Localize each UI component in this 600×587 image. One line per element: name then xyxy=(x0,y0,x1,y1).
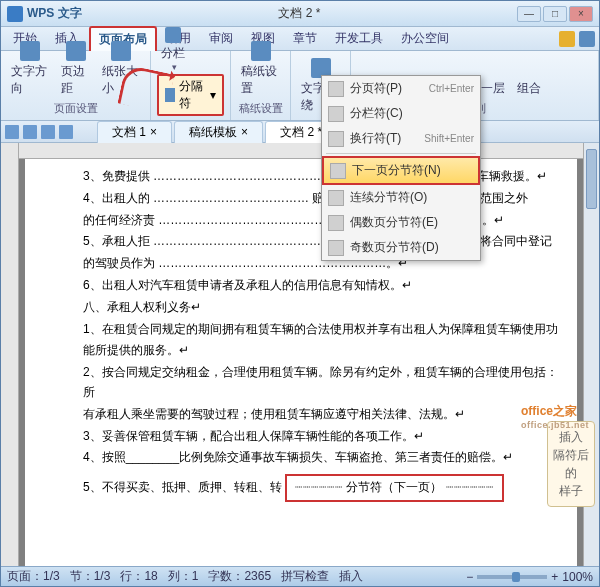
menu-item-column-break[interactable]: 分栏符(C) xyxy=(322,101,480,126)
body-line: 4、按照________比例免除交通事故车辆损失、车辆盗抢、第三者责任的赔偿。↵ xyxy=(83,448,559,468)
titlebar: WPS 文字 文档 2 * — □ × xyxy=(1,1,599,27)
body-line: 能所提供的服务。↵ xyxy=(83,341,559,361)
menu-item-line-break[interactable]: 换行符(T)Shift+Enter xyxy=(322,126,480,151)
breaks-dropdown[interactable]: 分隔符 ▾ xyxy=(157,74,224,116)
tab-chapter[interactable]: 章节 xyxy=(285,27,325,50)
menu-item-even-page-section[interactable]: 偶数页分节符(E) xyxy=(322,210,480,235)
undo-icon[interactable] xyxy=(41,125,55,139)
zoom-slider[interactable] xyxy=(477,575,547,579)
zoom-control[interactable]: − + 100% xyxy=(466,570,593,584)
breaks-icon xyxy=(165,88,175,102)
status-spellcheck[interactable]: 拼写检查 xyxy=(281,568,329,585)
minimize-button[interactable]: — xyxy=(517,6,541,22)
redo-icon[interactable] xyxy=(59,125,73,139)
status-col: 列：1 xyxy=(168,568,199,585)
document-page[interactable]: 3、免费提供 …………………………………………维修、本市区域内的租赁车辆救援。↵… xyxy=(25,159,577,566)
statusbar: 页面：1/3 节：1/3 行：18 列：1 字数：2365 拼写检查 插入 − … xyxy=(1,566,599,586)
body-line: 1、在租赁合同规定的期间拥有租赁车辆的合法使用权并享有出租人为保障租赁车辆使用功 xyxy=(83,320,559,340)
menu-item-next-page-section[interactable]: 下一页分节符(N) xyxy=(322,156,480,185)
group-label-page-setup: 页面设置 xyxy=(7,101,144,116)
tab-office[interactable]: 办公空间 xyxy=(393,27,457,50)
status-row: 行：18 xyxy=(120,568,157,585)
doc-title: 文档 2 * xyxy=(82,5,517,22)
close-icon[interactable]: × xyxy=(150,125,157,139)
skin-icon[interactable] xyxy=(559,31,575,47)
close-icon[interactable]: × xyxy=(241,125,248,139)
chevron-down-icon: ▾ xyxy=(210,88,216,102)
help-icon[interactable] xyxy=(579,31,595,47)
margins-button[interactable]: 页边距 xyxy=(57,39,94,99)
save-icon[interactable] xyxy=(5,125,19,139)
doc-tab-1[interactable]: 文档 1× xyxy=(97,121,172,143)
close-button[interactable]: × xyxy=(569,6,593,22)
status-words: 字数：2365 xyxy=(208,568,271,585)
zoom-in-icon[interactable]: + xyxy=(551,570,558,584)
body-line: 6、出租人对汽车租赁申请者及承租人的信用信息有知情权。↵ xyxy=(83,276,559,296)
scroll-thumb[interactable] xyxy=(586,149,597,209)
menu-item-odd-page-section[interactable]: 奇数页分节符(D) xyxy=(322,235,480,260)
app-title: WPS 文字 xyxy=(27,5,82,22)
ribbon: 文字方向 页边距 纸张大小 页面设置 分栏 分隔符 ▾ 分页符(P)Ctrl+E… xyxy=(1,51,599,121)
group-button[interactable]: 组合 xyxy=(513,78,545,99)
print-icon[interactable] xyxy=(23,125,37,139)
zoom-value: 100% xyxy=(562,570,593,584)
gridpaper-button[interactable]: 稿纸设置 xyxy=(237,39,284,99)
horizontal-ruler[interactable] xyxy=(19,143,583,159)
section-break-marker: ┈┈┈┈┈┈ 分节符（下一页） ┈┈┈┈┈┈ xyxy=(285,474,504,502)
body-line: 有承租人乘坐需要的驾驶过程；使用租赁车辆应遵守相关法律、法规。↵ xyxy=(83,405,559,425)
editor-area: 3、免费提供 …………………………………………维修、本市区域内的租赁车辆救援。↵… xyxy=(1,143,599,566)
status-insert[interactable]: 插入 xyxy=(339,568,363,585)
text-direction-button[interactable]: 文字方向 xyxy=(7,39,53,99)
body-line: 3、妥善保管租赁车辆，配合出租人保障车辆性能的各项工作。↵ xyxy=(83,427,559,447)
status-page: 页面：1/3 xyxy=(7,568,60,585)
app-logo xyxy=(7,6,23,22)
breaks-menu: 分页符(P)Ctrl+Enter 分栏符(C) 换行符(T)Shift+Ente… xyxy=(321,75,481,261)
tab-dev[interactable]: 开发工具 xyxy=(327,27,391,50)
menu-item-page-break[interactable]: 分页符(P)Ctrl+Enter xyxy=(322,76,480,101)
body-line: 八、承租人权利义务↵ xyxy=(83,298,559,318)
zoom-out-icon[interactable]: − xyxy=(466,570,473,584)
paper-size-button[interactable]: 纸张大小 xyxy=(98,39,144,99)
doc-tab-template[interactable]: 稿纸模板× xyxy=(174,121,263,143)
status-section: 节：1/3 xyxy=(70,568,111,585)
breaks-label: 分隔符 xyxy=(179,78,206,112)
columns-button[interactable]: 分栏 xyxy=(157,25,189,74)
maximize-button[interactable]: □ xyxy=(543,6,567,22)
vertical-ruler[interactable] xyxy=(1,143,19,566)
annotation-callout: 插入 隔符后的 样子 xyxy=(547,421,595,507)
watermark: office之家 office.jb51.net xyxy=(521,399,589,430)
body-line: 2、按合同规定交纳租金，合理使用租赁车辆。除另有约定外，租赁车辆的合理使用包括：… xyxy=(83,363,559,403)
section-break-line: 5、不得买卖、抵押、质押、转租、转 ┈┈┈┈┈┈ 分节符（下一页） ┈┈┈┈┈┈ xyxy=(83,470,559,506)
menu-item-continuous-section[interactable]: 连续分节符(O) xyxy=(322,185,480,210)
quick-access-toolbar: 文档 1× 稿纸模板× 文档 2 *× xyxy=(1,121,599,143)
